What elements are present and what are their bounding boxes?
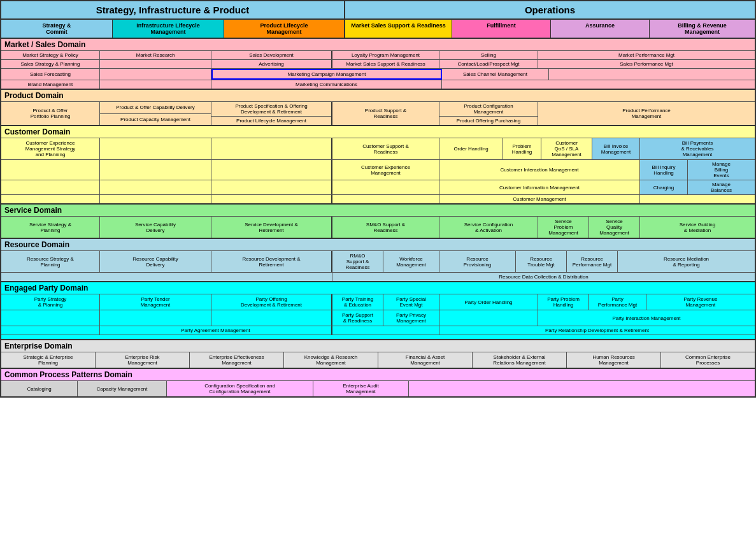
config-spec: Configuration Specification andConfigura… <box>167 381 313 396</box>
party-domain: Engaged Party Domain Party Strategy& Pla… <box>1 282 755 340</box>
service-config: Service Configuration& Activation <box>439 217 538 238</box>
resource-domain: Resource Domain Resource Strategy &Plann… <box>1 239 755 282</box>
product-domain: Product Domain Product & OfferPortfolio … <box>1 90 755 126</box>
marketing-campaign: Marketing Campaign Management <box>211 69 442 80</box>
selling: Selling <box>439 51 538 59</box>
party-strategy: Party Strategy& Planning <box>1 294 100 310</box>
customer-interaction: Customer Interaction Management <box>439 160 640 180</box>
party-problem: Party ProblemHandling <box>538 294 589 310</box>
sub-infra: Infrastructure LifecycleManagement <box>113 20 224 38</box>
advertising: Advertising <box>211 60 332 68</box>
service-strategy: Service Strategy &Planning <box>1 217 100 238</box>
stakeholder: Stakeholder & ExternalRelations Manageme… <box>473 352 567 368</box>
bill-payments: Bill Payments& ReceivablesManagement <box>640 138 755 159</box>
product-support: Product Support &Readiness <box>332 102 439 125</box>
resource-provisioning: ResourceProvisioning <box>439 251 516 272</box>
service-dev: Service Development &Retirement <box>211 217 332 238</box>
smo-support: SM&O Support &Readiness <box>332 217 439 238</box>
product-offer-portfolio: Product & OfferPortfolio Planning <box>1 102 100 125</box>
product-offer-capability: Product & Offer Capability Delivery <box>100 102 211 114</box>
bill-invoice: Bill InvoiceManagement <box>592 138 640 159</box>
party-agreement: Party Agreement Management <box>100 326 332 335</box>
party-tender: Party TenderManagement <box>100 294 211 310</box>
resource-trouble: ResourceTrouble Mgt <box>516 251 567 272</box>
enterprise-audit: Enterprise AuditManagement <box>313 381 409 396</box>
sales-strategy-planning: Sales Strategy & Planning <box>1 60 100 68</box>
party-special: Party SpecialEvent Mgt <box>383 294 439 310</box>
human-resources: Human ResourcesManagement <box>567 352 661 368</box>
party-interaction: Party Interaction Management <box>538 310 755 326</box>
service-domain: Service Domain Service Strategy &Plannin… <box>1 205 755 239</box>
manage-billing: ManageBillingEvents <box>688 160 755 180</box>
service-quality: ServiceQualityManagement <box>589 217 640 238</box>
enterprise-effectiveness: Enterprise EffectivenessManagement <box>190 352 284 368</box>
customer-mgmt: Customer Management <box>439 195 640 203</box>
sub-assurance: Assurance <box>551 20 650 38</box>
product-offering-purchase: Product Offering Purchasing <box>439 117 538 125</box>
resource-perf: ResourcePerformance Mgt <box>567 251 618 272</box>
enterprise-domain: Enterprise Domain Strategic & Enterprise… <box>1 340 755 369</box>
sales-channel: Sales Channel Management <box>442 69 549 80</box>
rmo-support: RM&OSupport &Readiness <box>332 251 383 272</box>
party-support: Party Support& Readiness <box>332 310 383 326</box>
market-research: Market Research <box>100 51 211 59</box>
resource-capability: Resource CapabilityDelivery <box>100 251 211 272</box>
service-guiding: Service Guiding& Mediation <box>640 217 755 238</box>
strategic-enterprise: Strategic & EnterprisePlanning <box>1 352 96 368</box>
cx-strategy: Customer ExperienceManagement Strategyan… <box>1 138 100 159</box>
resource-data: Resource Data Collection & Distribution <box>332 273 755 281</box>
cx-mgmt: Customer ExperienceManagement <box>332 160 439 180</box>
service-capability: Service CapabilityDelivery <box>100 217 211 238</box>
capacity-mgmt: Capacity Management <box>78 381 167 396</box>
party-training: Party Training& Education <box>332 294 383 310</box>
resource-mediation: Resource Mediation& Reporting <box>618 251 755 272</box>
common-enterprise: Common EnterpriseProcesses <box>661 352 755 368</box>
customer-support: Customer Support &Readiness <box>332 138 439 159</box>
resource-strategy: Resource Strategy &Planning <box>1 251 100 272</box>
sub-fulfill: Fulfillment <box>452 20 551 38</box>
sales-perf: Sales Performance Mgt <box>538 60 755 68</box>
product-spec: Product Specification & OfferingDevelopm… <box>211 102 331 117</box>
contact-lead: Contact/Lead/Prospect Mgt <box>439 60 538 68</box>
sales-forecasting: Sales Forecasting <box>1 69 100 80</box>
market-domain: Market / Sales Domain Market Strategy & … <box>1 39 755 90</box>
service-problem: ServiceProblemManagement <box>538 217 589 238</box>
party-order: Party Order Handling <box>439 294 538 310</box>
sub-product: Product LifecycleManagement <box>224 20 345 38</box>
sub-ops: Market Sales Support & Readiness <box>345 20 452 38</box>
brand-management: Brand Management <box>1 80 100 89</box>
marketing-comms: Marketing Communications <box>211 80 442 89</box>
customer-qos: CustomerQoS / SLAManagement <box>541 138 592 159</box>
resource-dev: Resource Development &Retirement <box>211 251 332 272</box>
workforce: WorkforceManagement <box>383 251 439 272</box>
sip-header: Strategy, Infrastructure & Product <box>1 1 345 18</box>
loyalty-program: Loyalty Program Management <box>332 51 439 59</box>
party-offering: Party OfferingDevelopment & Retirement <box>211 294 332 310</box>
ops-header: Operations <box>345 1 755 18</box>
party-perf: PartyPerformance Mgt <box>589 294 646 310</box>
common-domain: Common Process Patterns Domain Catalogin… <box>1 369 755 396</box>
product-lifecycle: Product Lifecycle Management <box>211 117 331 125</box>
bill-inquiry: Bill InquiryHandling <box>640 160 688 180</box>
cataloging: Cataloging <box>1 381 78 396</box>
knowledge-research: Knowledge & ResearchManagement <box>284 352 378 368</box>
financial-asset: Financial & AssetManagement <box>378 352 473 368</box>
sub-billing: Billing & RevenueManagement <box>650 20 755 38</box>
customer-domain: Customer Domain Customer ExperienceManag… <box>1 126 755 205</box>
market-strategy-policy: Market Strategy & Policy <box>1 51 100 59</box>
market-sales-support: Market Sales Support & Readiness <box>332 60 439 68</box>
manage-balances: ManageBalances <box>688 180 755 194</box>
enterprise-risk: Enterprise RiskManagement <box>96 352 190 368</box>
customer-info: Customer Information Management <box>439 180 640 194</box>
charging: Charging <box>640 180 688 194</box>
market-perf: Market Performance Mgt <box>538 51 755 59</box>
sales-development: Sales Development <box>211 51 332 59</box>
order-handling: Order Handling <box>439 138 503 159</box>
product-capacity: Product Capacity Management <box>100 114 211 126</box>
product-config: Product ConfigurationManagement <box>439 102 538 117</box>
sub-strategy: Strategy &Commit <box>1 20 113 38</box>
party-relationship: Party Relationship Development & Retirem… <box>439 326 755 335</box>
product-perf: Product PerformanceManagement <box>538 102 755 125</box>
problem-handling: ProblemHandling <box>503 138 541 159</box>
party-privacy: Party PrivacyManagement <box>383 310 439 326</box>
